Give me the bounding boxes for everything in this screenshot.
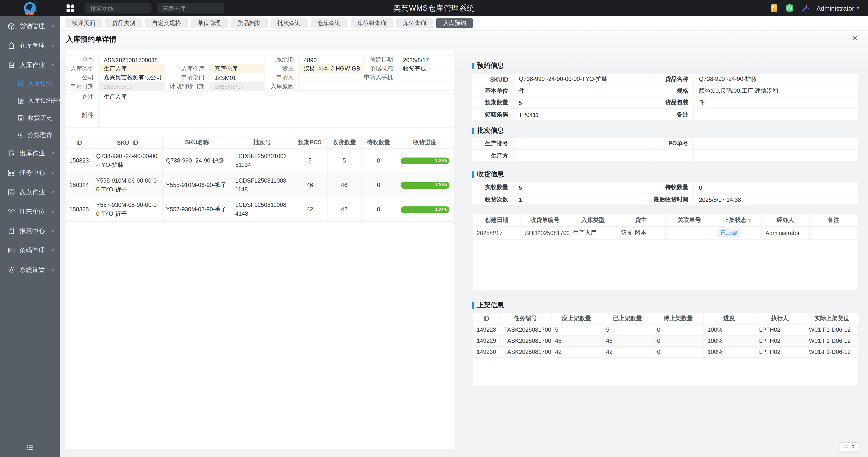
tab-inbound-reservation[interactable]: 入库预约 (436, 18, 473, 28)
sidebar-item-warehouse[interactable]: 仓库管理 ∨ (0, 36, 60, 55)
collapse-menu-icon[interactable] (0, 443, 60, 452)
attachment-label: 附件 (66, 103, 99, 127)
cell-task-no: TASK2025081700061 (500, 324, 551, 335)
cell-related-no (665, 226, 713, 239)
sidebar-item-inbound-reservation[interactable]: 入库预约 (0, 75, 60, 92)
putaway-row[interactable]: 149229 TASK2025081700061 46 46 0 100% LP… (473, 335, 859, 346)
col-putaway-status[interactable]: 上架状态∨ (713, 214, 761, 226)
created-date-label: 创建日期 (364, 55, 398, 64)
item-row[interactable]: 150325 Y557-930M-08-90-00-00-TYO-裤子 Y557… (66, 197, 454, 222)
cell-task-id: 149229 (473, 335, 500, 346)
sidebar: 货物管理 ∨ 仓库管理 ∨ 入库作业 ∧ 入库预约 入库预约开单 (0, 16, 60, 457)
sidebar-item-outbound[interactable]: 出库作业 ∨ (0, 144, 60, 163)
doc-edit-icon (17, 97, 24, 104)
applicant-phone-value (398, 73, 454, 82)
close-icon[interactable]: × (852, 33, 858, 43)
user-menu[interactable]: Administrator ▾ (816, 5, 859, 11)
col-owner: 货主 (617, 214, 665, 226)
clipboard-list-icon (7, 188, 16, 196)
cell-id: 150325 (66, 197, 93, 222)
sidebar-item-sorting[interactable]: 分拣理货 (0, 126, 60, 144)
doc-search-icon (17, 80, 24, 87)
col-task-id: ID (473, 313, 500, 324)
sidebar-item-settings[interactable]: 系统设置 ∨ (0, 260, 60, 280)
gear-icon (7, 266, 16, 274)
clock-icon[interactable] (785, 4, 794, 12)
package-value: 件 (694, 97, 858, 108)
cell-received: 42 (327, 197, 362, 222)
package-label: 货品包装 (653, 97, 694, 108)
items-header-row: ID SKU_ID SKU名称 批次号 预期PCS 收货数量 待收数量 收货进度 (66, 136, 454, 148)
order-no-label: 单号 (66, 55, 99, 64)
sidebar-item-goods[interactable]: 货物管理 ∨ (0, 17, 60, 36)
cell-operator: Administrator (761, 226, 809, 239)
log-document-icon[interactable] (770, 4, 778, 12)
cell-should-qty: 42 (551, 346, 602, 357)
section-putaway-info: 上架信息 (472, 301, 504, 310)
po-no-label: PO单号 (653, 138, 694, 149)
tab-goods-archive[interactable]: 货品档案 (231, 18, 267, 28)
item-row[interactable]: 150324 Y555-910M-06-90-00-00-TYO-裤子 Y555… (66, 173, 454, 197)
tab-warehouse-query[interactable]: 仓库查询 (311, 18, 347, 28)
cell-done-qty: 46 (602, 335, 653, 346)
chevron-down-icon: ∨ (51, 151, 54, 155)
open-tabs-bar: 欢迎页面 货品类别 自定义规格 单位管理 货品档案 批次查询 仓库查询 库位组查… (60, 16, 868, 30)
cell-pending-qty: 0 (653, 335, 703, 346)
putaway-row[interactable]: 149228 TASK2025081700061 5 5 0 100% LPFH… (473, 324, 859, 335)
dept-value: JZSM01 (210, 73, 265, 82)
tab-batch-query[interactable]: 批次查询 (271, 18, 307, 28)
chevron-down-icon: ∨ (51, 229, 54, 233)
receipt-row[interactable]: 2025/8/17 SHD2025081700038 生产入库 汉艮-冈本 已上… (473, 226, 857, 239)
apply-date-input[interactable]: 2025/08/17 (99, 82, 165, 90)
cell-task-id: 149228 (473, 324, 500, 335)
page-title: 入库预约单详情 (66, 34, 116, 45)
tab-unit-mgmt[interactable]: 单位管理 (191, 18, 227, 28)
col-received-qty: 收货数量 (327, 136, 362, 148)
last-receive-time-value: 2025/8/17 14:38 (694, 194, 858, 205)
box-barcode-value: TP0411 (514, 109, 654, 120)
col-related-no: 关联单号 (665, 214, 713, 226)
status-badge: 已上架 (717, 228, 741, 237)
col-actual-location: 实际上架货位 (805, 313, 859, 324)
cell-expected: 42 (292, 197, 327, 222)
chevron-down-icon: ▾ (857, 5, 859, 11)
item-row[interactable]: 150323 Q738-990 -24-90-00-00-TYO-护膝 Q738… (66, 148, 454, 173)
tab-welcome[interactable]: 欢迎页面 (65, 18, 102, 28)
inbound-reason-label: 入库原因 (265, 82, 299, 90)
search-input[interactable] (86, 3, 151, 13)
cell-sku-id: Y555-910M-06-90-00-00-TYO-裤子 (93, 173, 162, 197)
cell-create-date: 2025/8/17 (473, 226, 521, 239)
sidebar-item-reservation-create[interactable]: 入库预约开单 (0, 92, 60, 109)
cell-batch-no: LCDSFL25080100251134 (232, 148, 292, 173)
col-expected-pcs: 预期PCS (292, 136, 327, 148)
sidebar-item-receive-history[interactable]: 收货历史 (0, 109, 60, 126)
apps-grid-icon[interactable] (66, 4, 74, 12)
cell-received: 46 (327, 173, 362, 197)
plan-arrival-input[interactable]: 2025/08/17 (210, 82, 265, 90)
cell-location: W01-F1-D06-12 (805, 335, 859, 346)
actual-qty-label: 实收数量 (472, 182, 514, 193)
sidebar-item-stocktake[interactable]: 盘点作业 ∨ (0, 182, 60, 202)
tab-location-group-query[interactable]: 库位组查询 (351, 18, 393, 28)
sidebar-item-tasks[interactable]: 任务中心 ∨ (0, 163, 60, 182)
warning-counter[interactable]: ⚠ 3 (839, 442, 859, 452)
chevron-down-icon: ∨ (51, 44, 54, 48)
dept-label: 申请部门 (165, 73, 210, 82)
po-no-value (694, 138, 858, 149)
warehouse-input[interactable] (157, 3, 224, 13)
pending-qty-label: 待收数量 (653, 182, 694, 193)
putaway-row[interactable]: 149230 TASK2025081700061 42 42 0 100% LP… (473, 346, 859, 357)
sidebar-item-inbound[interactable]: 入库作业 ∧ (0, 55, 60, 75)
cell-executor: LPFH02 (755, 324, 805, 335)
sidebar-item-barcode[interactable]: 条码管理 ∨ (0, 240, 60, 260)
tab-custom-spec[interactable]: 自定义规格 (145, 18, 188, 28)
progress-bar: 100% (401, 206, 449, 213)
sidebar-item-partners[interactable]: 往来单位 ∨ (0, 202, 60, 221)
magic-wand-icon[interactable] (801, 4, 809, 12)
tab-location-query[interactable]: 库位查询 (396, 18, 433, 28)
sidebar-item-reports[interactable]: 报表中心 ∨ (0, 221, 60, 240)
tab-goods-category[interactable]: 货品类别 (105, 18, 142, 28)
section-accent-bar (472, 127, 474, 134)
cell-done-qty: 42 (602, 346, 653, 357)
base-unit-value: 件 (514, 86, 654, 96)
